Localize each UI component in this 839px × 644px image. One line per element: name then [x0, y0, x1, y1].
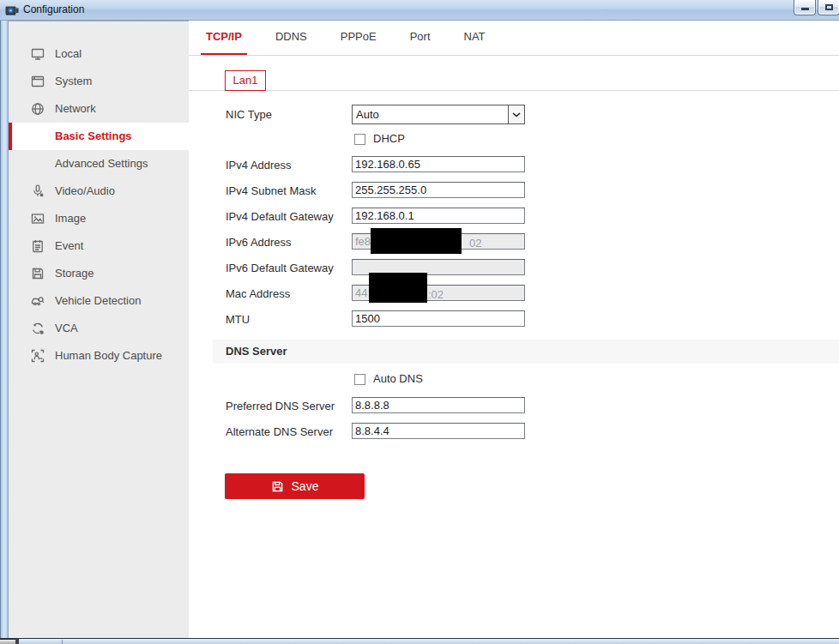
- tab-ddns[interactable]: DDNS: [270, 21, 312, 55]
- mtu-label: MTU: [226, 311, 250, 328]
- ipv4-default-gateway-input[interactable]: [352, 208, 525, 224]
- main-content: TCP/IP DDNS PPPoE Port NAT Lan1 NIC Type…: [189, 21, 839, 638]
- dns-section-title: DNS Server: [213, 340, 839, 364]
- system-window-icon: [31, 75, 45, 88]
- dhcp-label: DHCP: [373, 132, 405, 146]
- app-camera-icon: [5, 3, 19, 17]
- vca-icon: [31, 322, 45, 335]
- configuration-window: Configuration Local System Network Basic…: [0, 0, 839, 644]
- taskbar-sliver: [0, 638, 839, 644]
- mac-address-label: Mac Address: [226, 286, 290, 303]
- sidebar-item-video-audio[interactable]: Video/Audio: [9, 178, 189, 205]
- event-clipboard-icon: [31, 239, 45, 253]
- ipv4-address-input[interactable]: [352, 156, 525, 172]
- sidebar: Local System Network Basic Settings Adva…: [9, 21, 189, 638]
- save-button[interactable]: Save: [225, 473, 365, 499]
- sidebar-item-vca[interactable]: VCA: [9, 315, 189, 342]
- sidebar-item-network[interactable]: Network: [9, 95, 189, 123]
- ipv4-default-gateway-label: IPv4 Default Gateway: [226, 208, 334, 226]
- tab-pppoe[interactable]: PPPoE: [335, 21, 382, 55]
- ipv6-address-suffix: 02: [469, 235, 481, 251]
- sidebar-item-basic-settings[interactable]: Basic Settings: [9, 123, 189, 150]
- dhcp-checkbox[interactable]: [354, 134, 365, 145]
- nic-type-select[interactable]: Auto: [352, 105, 525, 124]
- vehicle-search-icon: [31, 294, 45, 308]
- maximize-button[interactable]: [818, 0, 839, 15]
- ipv6-default-gateway-label: IPv6 Default Gateway: [226, 260, 334, 277]
- lan1-subtab[interactable]: Lan1: [225, 70, 266, 91]
- save-floppy-icon: [271, 480, 284, 493]
- nic-type-value: Auto: [353, 105, 508, 123]
- sidebar-item-human-body-capture[interactable]: Human Body Capture: [9, 342, 189, 370]
- monitor-icon: [31, 47, 45, 61]
- auto-dns-label: Auto DNS: [373, 372, 423, 386]
- ipv4-address-label: IPv4 Address: [226, 157, 292, 174]
- alternate-dns-input[interactable]: [352, 423, 525, 439]
- ipv4-subnet-mask-label: IPv4 Subnet Mask: [226, 183, 317, 200]
- sidebar-item-vehicle-detection[interactable]: Vehicle Detection: [9, 287, 189, 315]
- ipv4-subnet-mask-input[interactable]: [352, 182, 525, 198]
- storage-floppy-icon: [31, 267, 45, 280]
- window-title: Configuration: [23, 3, 84, 15]
- minimize-icon: [801, 8, 809, 10]
- save-button-label: Save: [292, 479, 319, 493]
- redaction-box-ipv6: [371, 228, 462, 254]
- tab-tcpip[interactable]: TCP/IP: [201, 21, 247, 55]
- auto-dns-checkbox[interactable]: [354, 374, 365, 385]
- tab-port[interactable]: Port: [405, 21, 436, 55]
- preferred-dns-input[interactable]: [352, 397, 525, 413]
- sidebar-item-storage[interactable]: Storage: [9, 260, 189, 287]
- minimize-button[interactable]: [794, 0, 816, 15]
- tab-bar: TCP/IP DDNS PPPoE Port NAT: [189, 21, 839, 56]
- taskbar-divider: [15, 639, 19, 644]
- microphone-icon: [31, 184, 45, 198]
- maximize-icon: [825, 4, 833, 10]
- title-bar[interactable]: Configuration: [0, 0, 839, 21]
- dns-section-header: DNS Server: [213, 340, 839, 364]
- lan-subtab-row: Lan1: [189, 56, 839, 91]
- ipv6-address-label: IPv6 Address: [226, 234, 292, 251]
- sidebar-item-advanced-settings[interactable]: Advanced Settings: [9, 150, 189, 178]
- human-body-icon: [31, 349, 45, 363]
- sidebar-item-system[interactable]: System: [9, 68, 189, 95]
- redaction-box-mac: [369, 273, 427, 303]
- mtu-input[interactable]: [352, 310, 525, 327]
- tab-nat[interactable]: NAT: [459, 21, 491, 55]
- mac-address-suffix: :02: [428, 286, 444, 303]
- sidebar-item-local[interactable]: Local: [9, 40, 189, 68]
- chevron-down-icon[interactable]: [508, 105, 524, 123]
- image-icon: [31, 212, 45, 226]
- window-frame-left: [0, 21, 9, 638]
- taskbar-divider-2: [62, 640, 63, 644]
- nic-type-label: NIC Type: [226, 106, 272, 123]
- sidebar-item-image[interactable]: Image: [9, 205, 189, 232]
- taskbar-start-area: [0, 639, 15, 644]
- preferred-dns-label: Preferred DNS Server: [226, 398, 335, 415]
- sidebar-item-event[interactable]: Event: [9, 232, 189, 260]
- globe-icon: [31, 102, 45, 116]
- alternate-dns-label: Alternate DNS Server: [226, 424, 333, 441]
